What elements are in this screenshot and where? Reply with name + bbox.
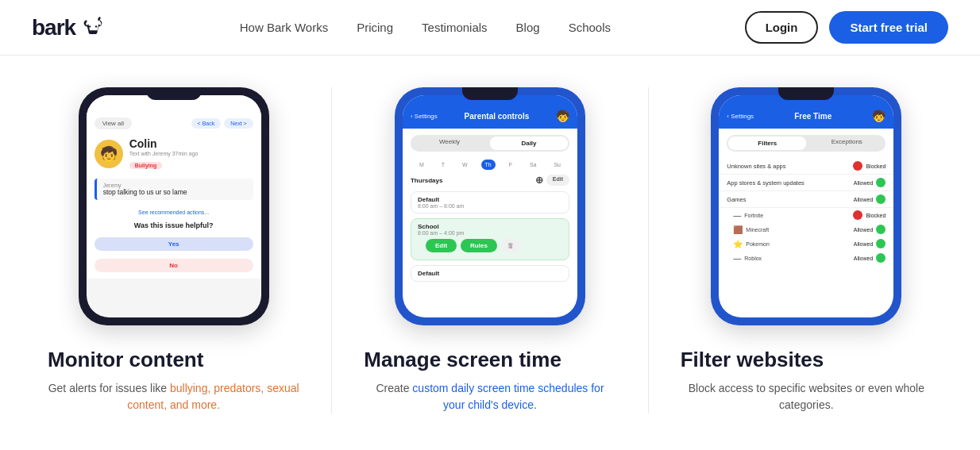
nav-schools[interactable]: Schools — [569, 21, 611, 34]
s3-dot-allowed-1 — [876, 178, 885, 187]
nav-how-bark-works[interactable]: How Bark Works — [240, 21, 328, 34]
start-trial-button[interactable]: Start free trial — [829, 11, 948, 44]
s3-status-games: Allowed — [854, 194, 886, 204]
s3-text-allowed-2: Allowed — [854, 197, 874, 202]
s2-add-btn[interactable]: ⊕ — [535, 175, 543, 186]
s3-dot-blocked-1 — [853, 161, 862, 171]
header: bark How Bark Works Pricing Testimonials… — [0, 0, 980, 56]
s3-dot-roblox — [876, 253, 885, 263]
screen3-content: ‹ Settings Free Time 🧒 Filters Exception… — [719, 95, 893, 317]
filter-desc: Block access to specific websites or eve… — [681, 380, 932, 413]
screen1-content: View all < Back Next > 🧒 Colin Text with… — [87, 95, 261, 279]
message-sender: Jeremy — [103, 183, 247, 188]
monitor-desc: Get alerts for issues like bullying, pre… — [48, 380, 299, 413]
day-W[interactable]: W — [458, 160, 472, 170]
child-avatar: 🧒 — [95, 140, 123, 168]
back-next-btns: < Back Next > — [191, 118, 253, 129]
s3-dot-fortnite — [853, 210, 862, 220]
bark-dog-icon — [80, 15, 106, 40]
s3-filter-tabs: Filters Exceptions — [727, 135, 885, 152]
s2-edit-green-btn[interactable]: Edit — [426, 239, 457, 252]
screentime-desc-highlight: custom daily screen time schedules for y… — [412, 382, 604, 411]
s3-game-roblox: —Roblox Allowed — [719, 251, 893, 265]
s2-avatar: 🧒 — [556, 110, 569, 122]
s2-back-btn[interactable]: ‹ Settings — [411, 113, 438, 120]
s2-schedule-default2: Default — [411, 265, 569, 282]
s2-sched-name-1: Default — [418, 196, 562, 203]
day-Sa[interactable]: Sa — [526, 160, 541, 170]
s2-sched-time-1: 8:00 am – 8:00 am — [418, 203, 562, 209]
s2-tab-weekly[interactable]: Weekly — [411, 135, 488, 152]
svg-point-0 — [89, 25, 91, 27]
s3-label-games: Games — [727, 196, 746, 203]
divider-2 — [648, 87, 649, 413]
s3-tab-exceptions[interactable]: Exceptions — [808, 135, 885, 152]
phone-notch — [146, 87, 202, 100]
screentime-desc: Create custom daily screen time schedule… — [364, 380, 615, 413]
s3-game-minecraft: 🟫Minecraft Allowed — [719, 222, 893, 237]
s3-status-roblox: Allowed — [854, 253, 886, 263]
login-button[interactable]: Login — [745, 11, 819, 44]
divider-1 — [331, 87, 332, 413]
s3-status-appstores: Allowed — [854, 178, 886, 187]
message-text: stop talking to us ur so lame — [103, 188, 247, 196]
day-T[interactable]: T — [438, 160, 449, 170]
s2-edit-btn[interactable]: Edit — [546, 175, 569, 186]
s3-dot-allowed-2 — [876, 194, 885, 204]
day-F[interactable]: F — [505, 160, 516, 170]
s2-sched-time-2: 8:00 am – 4:00 pm — [418, 230, 562, 236]
s2-rules-btn[interactable]: Rules — [461, 239, 497, 252]
day-M[interactable]: M — [415, 160, 428, 170]
s3-text-fortnite: Blocked — [866, 213, 885, 218]
child-info: Colin Text with Jeremy 37min ago Bullyin… — [129, 137, 199, 171]
logo-link[interactable]: bark — [32, 15, 106, 40]
s3-game-label-fortnite: —Fortnite — [733, 211, 763, 220]
s3-dot-minecraft — [876, 225, 885, 234]
s3-game-label-pokemon: ⭐Pokemon — [733, 240, 770, 248]
s2-trash-btn[interactable]: 🗑 — [501, 239, 520, 252]
back-btn[interactable]: < Back — [191, 118, 222, 129]
s2-day-label: Thursdays — [411, 177, 442, 184]
s2-bottom-btns: Edit Rules 🗑 — [426, 239, 554, 252]
s3-game-fortnite: —Fortnite Blocked — [719, 208, 893, 222]
day-Su[interactable]: Su — [550, 160, 565, 170]
feature-screentime: ‹ Settings Parental controls 🧒 Weekly Da… — [364, 87, 615, 413]
s3-game-pokemon: ⭐Pokemon Allowed — [719, 237, 893, 251]
see-actions-link[interactable]: See recommended actions... — [95, 210, 253, 215]
s3-status-unknown: Blocked — [853, 161, 885, 171]
s3-game-label-roblox: —Roblox — [733, 254, 762, 263]
s3-label-appstores: App stores & system updates — [727, 179, 804, 187]
s2-tab-daily[interactable]: Daily — [490, 137, 568, 150]
s2-sched-name-2: School — [418, 223, 562, 230]
screentime-desc-plain: Create — [376, 382, 412, 394]
nav-testimonials[interactable]: Testimonials — [422, 21, 488, 34]
feature-monitor: View all < Back Next > 🧒 Colin Text with… — [48, 87, 299, 413]
no-button[interactable]: No — [95, 259, 253, 272]
s3-row-appstores: App stores & system updates Allowed — [719, 175, 893, 191]
s3-tab-filters[interactable]: Filters — [728, 137, 806, 150]
fortnite-icon: — — [733, 211, 741, 220]
nav-blog[interactable]: Blog — [516, 21, 540, 34]
s3-back-btn[interactable]: ‹ Settings — [727, 113, 754, 120]
s3-text-roblox: Allowed — [854, 256, 874, 261]
s3-row-unknown: Unknown sites & apps Blocked — [719, 158, 893, 175]
filter-desc-plain: Block access to specific websites or eve… — [689, 382, 924, 411]
s1-profile: 🧒 Colin Text with Jeremy 37min ago Bully… — [95, 137, 253, 171]
next-btn[interactable]: Next > — [224, 118, 253, 129]
s2-schedule-school: School 8:00 am – 4:00 pm Edit Rules 🗑 — [411, 218, 569, 260]
viewall-btn[interactable]: View all — [95, 117, 132, 129]
s3-status-pokemon: Allowed — [854, 239, 886, 248]
s2-schedule-default: Default 8:00 am – 8:00 am — [411, 191, 569, 213]
helpful-question: Was this issue helpful? — [95, 221, 253, 229]
s3-dot-pokemon — [876, 239, 885, 248]
s3-label-unknown: Unknown sites & apps — [727, 163, 785, 170]
nav-pricing[interactable]: Pricing — [357, 21, 393, 34]
issue-badge: Bullying — [129, 162, 163, 169]
pokemon-icon: ⭐ — [733, 240, 743, 248]
yes-button[interactable]: Yes — [95, 237, 253, 251]
logo-text: bark — [32, 15, 75, 40]
day-Th[interactable]: Th — [481, 160, 496, 170]
feature-filter: ‹ Settings Free Time 🧒 Filters Exception… — [681, 87, 932, 413]
svg-point-1 — [95, 25, 97, 27]
s2-actions: ⊕ Edit — [535, 175, 569, 186]
